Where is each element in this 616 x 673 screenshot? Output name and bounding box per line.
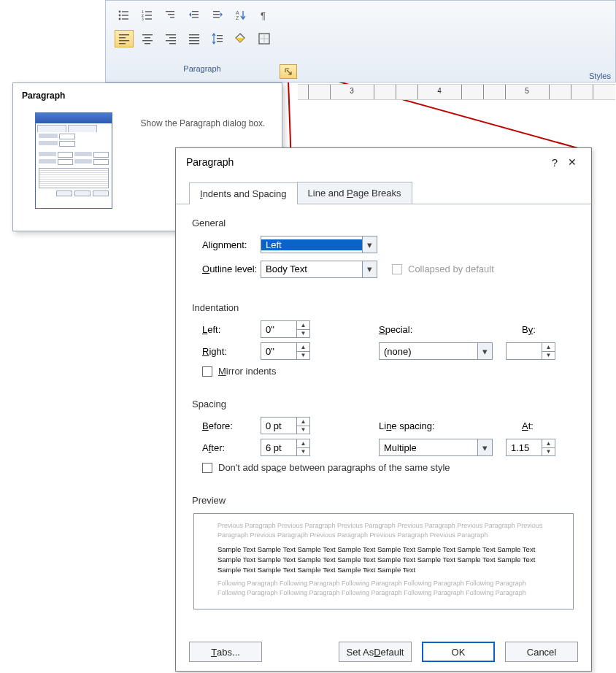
align-center-icon[interactable]: [138, 30, 157, 47]
chevron-down-icon[interactable]: ▾: [477, 439, 492, 455]
spinner-down-icon[interactable]: ▼: [297, 329, 309, 338]
spinner-up-icon[interactable]: ▲: [297, 418, 309, 426]
increase-indent-icon[interactable]: [208, 7, 227, 24]
dialog-launcher-button[interactable]: [280, 64, 297, 79]
svg-rect-30: [142, 40, 153, 41]
alignment-value: Left: [261, 239, 362, 250]
chevron-down-icon[interactable]: ▾: [477, 343, 492, 359]
cancel-button[interactable]: Cancel: [505, 642, 578, 662]
indent-right-spinner[interactable]: 0" ▲▼: [261, 342, 310, 360]
preview-box: Previous Paragraph Previous Paragraph Pr…: [193, 513, 574, 609]
svg-rect-36: [189, 34, 199, 35]
svg-rect-37: [189, 37, 199, 38]
dialog-titlebar[interactable]: Paragraph ? ✕: [176, 148, 591, 176]
special-value: (none): [380, 346, 477, 357]
tab-line-page-breaks[interactable]: Line and Page Breaks: [297, 182, 412, 204]
label-indent-right: Right:: [192, 346, 261, 357]
label-by: By:: [522, 324, 536, 335]
spinner-up-icon[interactable]: ▲: [297, 439, 309, 447]
svg-rect-15: [192, 11, 199, 12]
alignment-combo[interactable]: Left ▾: [261, 236, 377, 253]
preview-next-text: Following Paragraph Following Paragraph …: [217, 579, 550, 598]
svg-rect-41: [217, 38, 223, 39]
svg-rect-11: [145, 18, 152, 19]
svg-rect-28: [142, 34, 153, 35]
by-spinner[interactable]: ▲▼: [506, 342, 555, 360]
tab-indents-spacing[interactable]: Indents and Spacing: [189, 182, 298, 204]
label-before: Before:: [192, 420, 261, 431]
after-spinner[interactable]: 6 pt ▲▼: [261, 439, 310, 456]
label-outline-level: Outline level:: [192, 264, 261, 274]
multilevel-list-icon[interactable]: [161, 7, 180, 24]
chevron-down-icon[interactable]: ▾: [362, 236, 377, 253]
spinner-up-icon[interactable]: ▲: [297, 321, 309, 329]
no-space-label: Don't add space between paragraphs of th…: [218, 462, 450, 473]
section-general: General: [192, 218, 575, 228]
svg-rect-1: [122, 11, 128, 12]
spinner-down-icon[interactable]: ▼: [297, 426, 309, 434]
spinner-down-icon[interactable]: ▼: [542, 351, 555, 360]
label-indent-left: Left:: [192, 324, 261, 335]
horizontal-ruler[interactable]: 3 4 5: [298, 84, 615, 100]
no-space-checkbox[interactable]: Don't add space between paragraphs of th…: [192, 462, 575, 473]
outline-combo[interactable]: Body Text ▾: [261, 261, 377, 278]
bullets-icon[interactable]: [115, 7, 134, 24]
tooltip-thumbnail: [35, 112, 112, 209]
before-spinner[interactable]: 0 pt ▲▼: [261, 417, 310, 434]
numbering-icon[interactable]: 123: [138, 7, 157, 24]
chevron-down-icon[interactable]: ▾: [362, 261, 377, 277]
show-hide-icon[interactable]: ¶: [255, 7, 274, 24]
preview-prev-text: Previous Paragraph Previous Paragraph Pr…: [217, 521, 550, 540]
set-default-button[interactable]: Set As Default: [339, 642, 412, 662]
spinner-down-icon[interactable]: ▼: [297, 447, 309, 456]
svg-rect-26: [119, 40, 129, 41]
line-spacing-icon[interactable]: [208, 30, 227, 47]
spinner-down-icon[interactable]: ▼: [297, 351, 309, 360]
spinner-up-icon[interactable]: ▲: [297, 343, 309, 351]
svg-rect-33: [169, 37, 176, 38]
svg-point-4: [119, 18, 121, 20]
align-right-icon[interactable]: [161, 30, 180, 47]
label-special: Special:: [379, 324, 493, 335]
mirror-label: Mirror indents: [218, 366, 276, 377]
shading-icon[interactable]: [231, 30, 250, 47]
at-spinner[interactable]: 1.15 ▲▼: [506, 439, 555, 456]
indent-left-spinner[interactable]: 0" ▲▼: [261, 320, 310, 338]
by-value: [507, 343, 542, 359]
svg-text:¶: ¶: [261, 10, 266, 21]
line-spacing-combo[interactable]: Multiple ▾: [379, 439, 493, 456]
ok-button[interactable]: OK: [422, 642, 495, 662]
close-icon[interactable]: ✕: [563, 156, 581, 168]
borders-icon[interactable]: [255, 30, 274, 47]
outline-value: Body Text: [261, 264, 362, 274]
ribbon-group-label: Paragraph: [106, 61, 299, 73]
svg-point-0: [119, 11, 121, 13]
align-left-icon[interactable]: [115, 30, 134, 47]
section-preview: Preview: [192, 495, 575, 506]
after-value: 6 pt: [261, 439, 296, 455]
svg-rect-13: [168, 14, 174, 15]
indent-right-value: 0": [261, 343, 296, 359]
ruler-number: 4: [437, 87, 442, 95]
svg-rect-25: [119, 37, 126, 38]
help-icon[interactable]: ?: [546, 156, 563, 169]
collapsed-checkbox: Collapsed by default: [392, 264, 494, 274]
decrease-indent-icon[interactable]: [185, 7, 204, 24]
line-spacing-value: Multiple: [380, 442, 477, 453]
spinner-down-icon[interactable]: ▼: [542, 447, 555, 456]
svg-rect-7: [145, 11, 152, 12]
mirror-indents-checkbox[interactable]: Mirror indents: [192, 366, 575, 377]
ruler-number: 5: [525, 87, 529, 95]
justify-icon[interactable]: [185, 30, 204, 47]
sort-icon[interactable]: AZ: [231, 7, 250, 24]
spinner-up-icon[interactable]: ▲: [542, 343, 555, 351]
spinner-up-icon[interactable]: ▲: [542, 439, 555, 447]
tabs-button[interactable]: Tabs...: [189, 642, 262, 662]
svg-rect-5: [122, 18, 128, 19]
preview-sample-text: Sample Text Sample Text Sample Text Samp…: [217, 545, 550, 574]
svg-rect-40: [217, 35, 223, 36]
svg-rect-31: [145, 43, 150, 44]
special-combo[interactable]: (none) ▾: [379, 342, 493, 360]
svg-rect-32: [166, 34, 176, 35]
svg-rect-19: [213, 14, 220, 15]
